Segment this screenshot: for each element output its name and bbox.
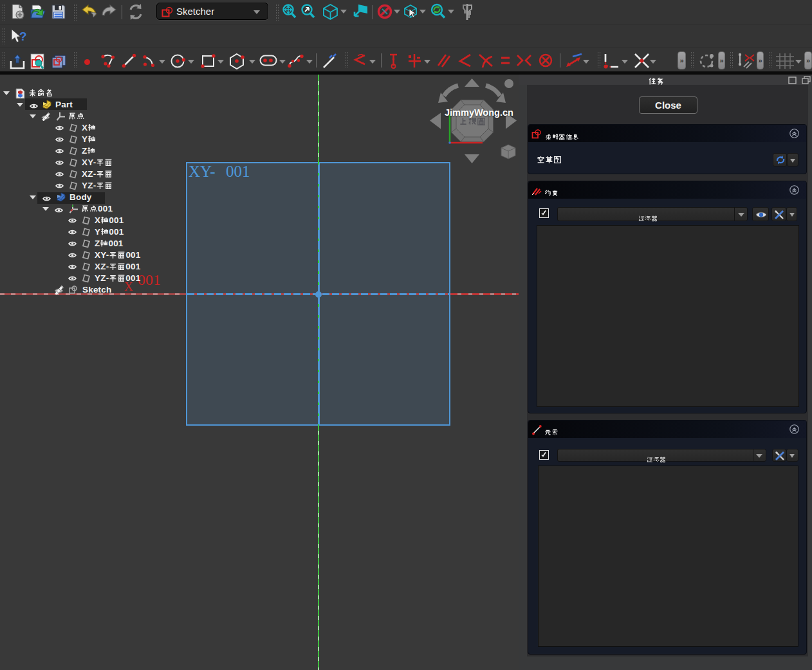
svg-text:?: ? <box>19 30 27 43</box>
